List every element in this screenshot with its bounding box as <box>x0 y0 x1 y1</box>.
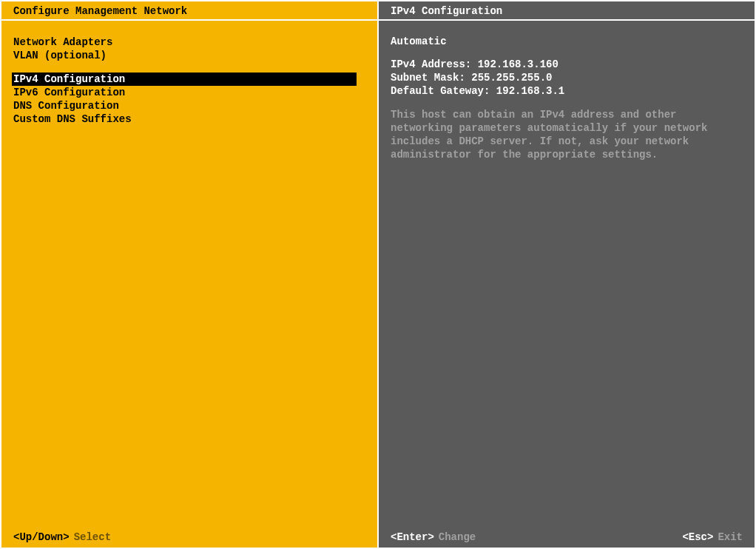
left-panel: Configure Management Network Network Ada… <box>0 1 377 548</box>
right-panel: IPv4 Configuration Automatic IPv4 Addres… <box>377 1 756 548</box>
menu-item-ipv6-configuration[interactable]: IPv6 Configuration <box>13 86 365 99</box>
menu-item-custom-dns-suffixes[interactable]: Custom DNS Suffixes <box>13 112 365 126</box>
hint-updown: <Up/Down> Select <box>13 531 111 543</box>
hint-key: <Esc> <box>682 531 713 543</box>
ipv4-address-value: 192.168.3.160 <box>478 58 558 70</box>
left-panel-body: Network AdaptersVLAN (optional)IPv4 Conf… <box>1 21 377 527</box>
config-description: This host can obtain an IPv4 address and… <box>391 108 738 161</box>
hint-enter: <Enter> Change <box>391 531 476 543</box>
menu-item-ipv4-configuration[interactable]: IPv4 Configuration <box>12 73 357 86</box>
menu-item-dns-configuration[interactable]: DNS Configuration <box>13 99 365 112</box>
hint-key: <Enter> <box>391 531 434 543</box>
subnet-mask-line: Subnet Mask: 255.255.255.0 <box>391 71 743 84</box>
default-gateway-line: Default Gateway: 192.168.3.1 <box>391 84 743 98</box>
left-footer: <Up/Down> Select <box>1 527 377 548</box>
hint-key: <Up/Down> <box>13 531 70 543</box>
subnet-mask-label: Subnet Mask: <box>391 72 465 84</box>
dcui-screen: Configure Management Network Network Ada… <box>0 0 756 549</box>
menu-item-network-adapters[interactable]: Network Adapters <box>13 36 365 49</box>
right-panel-title: IPv4 Configuration <box>379 1 755 21</box>
menu-item-vlan-optional[interactable]: VLAN (optional) <box>13 49 365 62</box>
ipv4-address-label: IPv4 Address: <box>391 58 471 70</box>
default-gateway-value: 192.168.3.1 <box>496 85 564 97</box>
menu-group: Network AdaptersVLAN (optional) <box>13 36 365 62</box>
ipv4-address-line: IPv4 Address: 192.168.3.160 <box>391 58 743 71</box>
hint-action: Select <box>74 531 111 543</box>
right-panel-body: Automatic IPv4 Address: 192.168.3.160 Su… <box>379 21 755 527</box>
right-footer: <Enter> Change <Esc> Exit <box>379 527 755 548</box>
hint-action: Exit <box>718 531 743 543</box>
hint-action: Change <box>439 531 476 543</box>
hint-esc: <Esc> Exit <box>682 531 743 543</box>
subnet-mask-value: 255.255.255.0 <box>471 72 552 84</box>
config-mode: Automatic <box>391 36 743 47</box>
left-panel-title: Configure Management Network <box>1 1 377 21</box>
menu-group: IPv4 ConfigurationIPv6 ConfigurationDNS … <box>13 73 365 126</box>
default-gateway-label: Default Gateway: <box>391 85 490 97</box>
